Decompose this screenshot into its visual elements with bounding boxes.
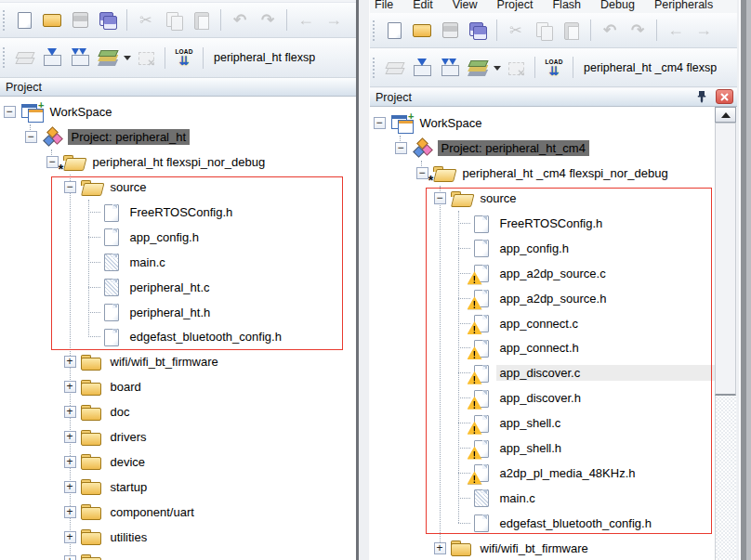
build-button[interactable] xyxy=(411,57,433,79)
menu-project[interactable]: Project xyxy=(497,0,534,12)
tree-item-doc[interactable]: +doc xyxy=(0,399,356,424)
tree-item-app-config-h[interactable]: app_config.h xyxy=(0,225,356,250)
expander-minus-icon[interactable]: − xyxy=(416,167,428,179)
stop-build-button[interactable] xyxy=(505,57,527,79)
back-button[interactable] xyxy=(295,9,317,32)
expander-plus-icon[interactable]: + xyxy=(64,456,76,468)
save-button[interactable] xyxy=(439,20,461,42)
menu-file[interactable]: File xyxy=(375,0,393,12)
open-file-button[interactable] xyxy=(411,20,433,42)
tree-item-project-peripheral-ht-cm4[interactable]: −Project: peripheral_ht_cm4 xyxy=(370,136,715,161)
scrollbar-thumb[interactable] xyxy=(715,123,736,396)
tree-item-app-discover-c[interactable]: app_discover.c xyxy=(370,360,715,385)
tree-item-main-c[interactable]: main.c xyxy=(0,250,356,275)
tree-item-board[interactable]: +board xyxy=(0,374,356,399)
tree-item-component-uart[interactable]: +component/uart xyxy=(0,500,356,525)
expander-minus-icon[interactable]: − xyxy=(4,106,16,118)
batch-build-button[interactable] xyxy=(97,46,119,69)
cut-button[interactable] xyxy=(505,20,527,42)
load-button[interactable] xyxy=(173,46,195,69)
tree-item-app-config-h[interactable]: app_config.h xyxy=(370,236,715,261)
save-all-button[interactable] xyxy=(97,9,119,32)
tree-item-app-a2dp-source-c[interactable]: app_a2dp_source.c xyxy=(370,261,715,286)
tree-item-peripheral-ht-flexspi-nor-debug[interactable]: −*peripheral_ht flexspi_nor_debug xyxy=(0,150,356,175)
copy-button[interactable] xyxy=(163,9,185,32)
tree-item-app-discover-h[interactable]: app_discover.h xyxy=(370,385,715,410)
scrollbar-up-arrow-icon[interactable] xyxy=(715,107,736,123)
rebuild-button[interactable] xyxy=(439,57,461,79)
save-button[interactable] xyxy=(69,9,91,32)
undo-button[interactable] xyxy=(229,9,251,32)
open-file-button[interactable] xyxy=(41,9,63,32)
stop-build-button[interactable] xyxy=(135,46,157,69)
redo-button[interactable] xyxy=(257,9,279,32)
close-icon[interactable] xyxy=(716,89,733,104)
tree-item-freertosconfig-h[interactable]: FreeRTOSConfig.h xyxy=(0,200,356,225)
forward-button[interactable] xyxy=(323,9,345,32)
translate-button[interactable] xyxy=(383,57,405,79)
tree-item-drivers[interactable]: +drivers xyxy=(0,424,356,449)
expander-minus-icon[interactable]: − xyxy=(374,117,386,129)
copy-button[interactable] xyxy=(533,20,555,42)
menu-debug[interactable]: Debug xyxy=(600,0,635,12)
expander-plus-icon[interactable]: + xyxy=(64,406,76,418)
new-file-button[interactable] xyxy=(383,20,405,42)
tree-item-source[interactable]: −source xyxy=(370,186,715,211)
tree-item-device[interactable]: +device xyxy=(0,449,356,475)
tree-item-peripheral-ht-h[interactable]: peripheral_ht.h xyxy=(0,300,356,325)
tree-item-wifi-wifi-bt-firmware[interactable]: +wifi/wifi_bt_firmware xyxy=(370,536,715,560)
save-all-button[interactable] xyxy=(467,20,489,42)
paste-button[interactable] xyxy=(560,20,583,42)
tree-item-a2dp-pl-media-48khz-h[interactable]: a2dp_pl_media_48KHz.h xyxy=(370,461,715,486)
batch-build-dropdown-caret-icon[interactable] xyxy=(492,57,502,79)
tree-item-app-connect-h[interactable]: app_connect.h xyxy=(370,336,715,361)
expander-minus-icon[interactable]: − xyxy=(46,156,59,168)
tree-item-app-connect-c[interactable]: app_connect.c xyxy=(370,311,715,336)
menu-view[interactable]: View xyxy=(453,0,478,12)
redo-button[interactable] xyxy=(626,20,649,42)
tree-item-edgefast-bluetooth-config-h[interactable]: edgefast_bluetooth_config.h xyxy=(0,325,356,350)
target-select[interactable]: peripheral_ht flexsp xyxy=(214,51,315,64)
batch-build-dropdown-caret-icon[interactable] xyxy=(122,46,132,69)
new-file-button[interactable] xyxy=(13,9,35,32)
tree-item-startup[interactable]: +startup xyxy=(0,475,356,500)
undo-button[interactable] xyxy=(599,20,621,42)
expander-minus-icon[interactable]: − xyxy=(25,131,37,143)
expander-plus-icon[interactable]: + xyxy=(64,506,76,518)
cut-button[interactable] xyxy=(135,9,157,32)
expander-minus-icon[interactable]: − xyxy=(395,142,407,154)
menu-flash[interactable]: Flash xyxy=(552,0,581,12)
expander-plus-icon[interactable]: + xyxy=(64,356,76,368)
target-select[interactable]: peripheral_ht _cm4 flexsp xyxy=(584,61,717,74)
expander-minus-icon[interactable]: − xyxy=(64,181,76,193)
tree-item-app-shell-c[interactable]: app_shell.c xyxy=(370,410,715,436)
menu-edit[interactable]: Edit xyxy=(413,0,433,12)
tree-item-app-a2dp-source-h[interactable]: app_a2dp_source.h xyxy=(370,286,715,311)
tree-item-utilities[interactable]: +utilities xyxy=(0,525,356,550)
paste-button[interactable] xyxy=(191,9,213,32)
rebuild-button[interactable] xyxy=(69,46,91,69)
forward-button[interactable] xyxy=(692,20,715,42)
expander-plus-icon[interactable]: + xyxy=(64,431,76,443)
pin-icon[interactable] xyxy=(695,90,708,104)
menu-peripherals[interactable]: Peripherals xyxy=(654,0,713,12)
expander-plus-icon[interactable]: + xyxy=(64,381,76,393)
tree-item-source[interactable]: −source xyxy=(0,175,356,200)
tree-item-peripheral-ht-c[interactable]: peripheral_ht.c xyxy=(0,275,356,300)
expander-minus-icon[interactable]: − xyxy=(434,192,446,204)
expander-plus-icon[interactable]: + xyxy=(64,555,76,560)
tree-item-freertosconfig-h[interactable]: FreeRTOSConfig.h xyxy=(370,211,715,236)
tree-item-peripheral-ht-cm4-flexspi-nor-debug[interactable]: −*peripheral_ht _cm4 flexspi_nor_debug xyxy=(370,161,715,186)
expander-plus-icon[interactable]: + xyxy=(64,481,76,493)
build-button[interactable] xyxy=(41,46,63,69)
tree-item-project-peripheral-ht[interactable]: −Project: peripheral_ht xyxy=(0,124,356,150)
tree-item-main-c[interactable]: main.c xyxy=(370,486,715,511)
tree-item-app-shell-h[interactable]: app_shell.h xyxy=(370,436,715,461)
tree-item-partial[interactable]: + xyxy=(0,550,356,560)
batch-build-button[interactable] xyxy=(467,57,489,79)
tree-item-wifi-wifi-bt-firmware[interactable]: +wifi/wifi_bt_firmware xyxy=(0,349,356,374)
translate-button[interactable] xyxy=(13,46,35,69)
expander-plus-icon[interactable]: + xyxy=(64,531,76,543)
load-button[interactable] xyxy=(543,57,565,79)
tree-item-edgefast-bluetooth-config-h[interactable]: edgefast_bluetooth_config.h xyxy=(370,511,715,536)
